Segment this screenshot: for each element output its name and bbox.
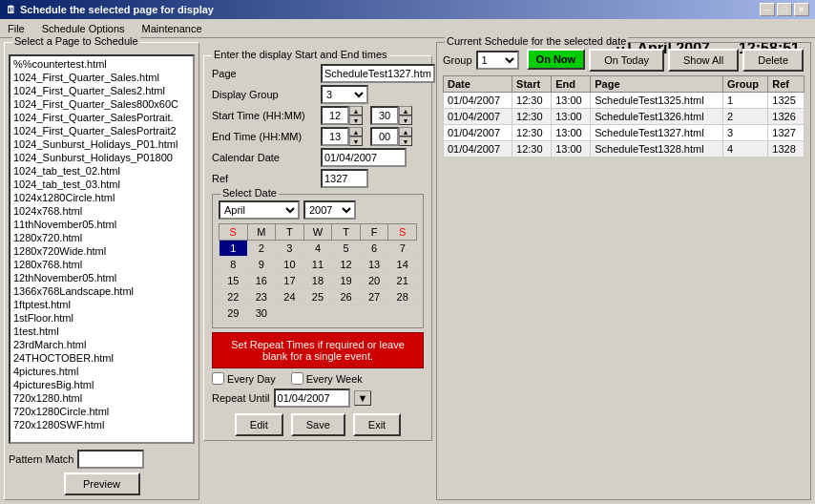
file-item[interactable]: 1ftptest.html — [11, 298, 192, 311]
delete-button[interactable]: Delete — [742, 49, 804, 72]
calendar-day[interactable]: 15 — [219, 273, 248, 289]
start-mm-down[interactable]: ▼ — [399, 116, 412, 125]
file-item[interactable]: 1366x768Landscape.html — [11, 284, 192, 298]
exit-button[interactable]: Exit — [353, 413, 401, 436]
calendar-day[interactable]: 20 — [360, 273, 388, 289]
file-item[interactable]: 1024_First_Quarter_SalesPortrait2 — [11, 124, 192, 137]
every-day-checkbox[interactable] — [212, 372, 224, 385]
file-item[interactable]: 1024_tab_test_03.html — [11, 178, 192, 191]
pattern-match-input[interactable] — [77, 450, 144, 469]
end-hh-down[interactable]: ▼ — [349, 136, 363, 146]
calendar-day[interactable]: 27 — [360, 289, 388, 305]
preview-button[interactable]: Preview — [64, 472, 140, 495]
table-row[interactable]: 01/04/200712:3013:00ScheduleTest1326.htm… — [444, 109, 805, 125]
menu-maintenance[interactable]: Maintenance — [138, 22, 206, 35]
calendar-day[interactable]: 30 — [247, 305, 276, 322]
calendar-day[interactable]: 29 — [219, 305, 248, 322]
calendar-day[interactable]: 9 — [247, 257, 276, 273]
calendar-day[interactable]: 28 — [388, 289, 417, 305]
file-item[interactable]: 23rdMarch.html — [11, 338, 192, 351]
show-all-button[interactable]: Show All — [668, 49, 739, 72]
file-item[interactable]: 1024_First_Quarter_Sales.html — [11, 71, 192, 84]
calendar-day[interactable]: 2 — [247, 241, 276, 257]
table-row[interactable]: 01/04/200712:3013:00ScheduleTest1328.htm… — [444, 141, 805, 158]
group-select[interactable]: 1234 — [476, 51, 519, 70]
end-mm-up[interactable]: ▲ — [399, 127, 412, 136]
calendar-day[interactable]: 12 — [332, 257, 361, 273]
table-row[interactable]: 01/04/200712:3013:00ScheduleTest1327.htm… — [444, 125, 805, 141]
calendar-date-input[interactable] — [321, 148, 407, 167]
file-item[interactable]: 1024x768.html — [11, 204, 192, 218]
start-mm-input[interactable] — [370, 106, 399, 125]
calendar-day[interactable]: 8 — [219, 257, 248, 273]
calendar-day[interactable]: 4 — [303, 241, 332, 257]
file-item[interactable]: 24THOCTOBER.html — [11, 351, 192, 365]
file-item[interactable]: 1024x1280Circle.html — [11, 191, 192, 204]
calendar-day[interactable]: 13 — [360, 257, 388, 273]
file-item[interactable]: 1test.html — [11, 325, 192, 338]
calendar-day[interactable]: 14 — [388, 257, 417, 273]
month-select[interactable]: JanuaryFebruaryMarchAprilMayJuneJulyAugu… — [219, 200, 300, 220]
display-group-select[interactable]: 3 1 2 4 — [321, 85, 368, 104]
calendar-day[interactable]: 17 — [276, 273, 304, 289]
calendar-day[interactable]: 6 — [360, 241, 388, 257]
menu-file[interactable]: File — [4, 22, 29, 35]
calendar-day[interactable]: 25 — [303, 289, 332, 305]
calendar-day[interactable]: 22 — [219, 289, 248, 305]
end-mm-input[interactable] — [370, 127, 399, 146]
every-week-checkbox[interactable] — [291, 372, 303, 385]
calendar-day[interactable]: 11 — [303, 257, 332, 273]
file-item[interactable]: 4picturesBig.html — [11, 378, 192, 391]
calendar-day[interactable]: 26 — [332, 289, 361, 305]
file-item[interactable]: 1024_tab_test_02.html — [11, 164, 192, 178]
calendar-day[interactable]: 24 — [276, 289, 304, 305]
calendar-day[interactable]: 23 — [247, 289, 276, 305]
file-item[interactable]: 11thNovember05.html — [11, 218, 192, 231]
page-input[interactable] — [321, 64, 435, 83]
start-mm-up[interactable]: ▲ — [399, 106, 412, 116]
minimize-button[interactable]: ─ — [760, 3, 775, 16]
file-item[interactable]: 720x1280SWF.html — [11, 418, 192, 431]
year-select[interactable]: 2006200720082009 — [303, 200, 356, 220]
end-hh-input[interactable] — [321, 127, 349, 146]
table-row[interactable]: 01/04/200712:3013:00ScheduleTest1325.htm… — [444, 93, 805, 109]
calendar-day[interactable]: 21 — [388, 273, 417, 289]
file-item[interactable]: 720x1280.html — [11, 391, 192, 405]
calendar-day[interactable]: 19 — [332, 273, 361, 289]
start-hh-input[interactable] — [321, 106, 349, 125]
file-item[interactable]: 1024_First_Quarter_SalesPortrait. — [11, 111, 192, 124]
calendar-day[interactable]: 3 — [276, 241, 304, 257]
file-item[interactable]: 1280x720.html — [11, 231, 192, 244]
close-button[interactable]: ✕ — [794, 3, 809, 16]
on-today-button[interactable]: On Today — [589, 49, 664, 72]
menu-schedule-options[interactable]: Schedule Options — [38, 22, 129, 35]
start-hh-up[interactable]: ▲ — [349, 106, 363, 116]
edit-button[interactable]: Edit — [235, 413, 283, 436]
file-item[interactable]: 1024_First_Quarter_Sales2.html — [11, 84, 192, 97]
file-item[interactable]: %%countertest.html — [11, 57, 192, 71]
calendar-day[interactable]: 10 — [276, 257, 304, 273]
ref-input[interactable] — [321, 169, 368, 188]
calendar-day[interactable]: 1 — [219, 241, 248, 257]
calendar-day[interactable]: 5 — [332, 241, 361, 257]
maximize-button[interactable]: □ — [777, 3, 792, 16]
file-item[interactable]: 1stFloor.html — [11, 311, 192, 325]
end-mm-down[interactable]: ▼ — [399, 136, 412, 146]
file-item[interactable]: 1280x720Wide.html — [11, 244, 192, 258]
file-item[interactable]: 1024_First_Quarter_Sales800x60C — [11, 97, 192, 111]
start-hh-down[interactable]: ▼ — [349, 116, 363, 125]
save-button[interactable]: Save — [291, 413, 345, 436]
file-item[interactable]: 720x1280Circle.html — [11, 405, 192, 418]
file-item[interactable]: 1024_Sunburst_Holidays_P01.html — [11, 137, 192, 151]
file-item[interactable]: 1280x768.html — [11, 258, 192, 271]
calendar-day[interactable]: 16 — [247, 273, 276, 289]
file-list[interactable]: %%countertest.html1024_First_Quarter_Sal… — [9, 54, 195, 444]
file-item[interactable]: 1024_Sunburst_Holidays_P01800 — [11, 151, 192, 164]
calendar-day[interactable]: 18 — [303, 273, 332, 289]
calendar-day[interactable]: 7 — [388, 241, 417, 257]
end-hh-up[interactable]: ▲ — [349, 127, 363, 136]
repeat-until-input[interactable] — [274, 388, 350, 408]
file-item[interactable]: 4pictures.html — [11, 365, 192, 378]
repeat-until-dropdown-icon[interactable]: ▼ — [354, 390, 372, 406]
file-item[interactable]: 12thNovember05.html — [11, 271, 192, 284]
